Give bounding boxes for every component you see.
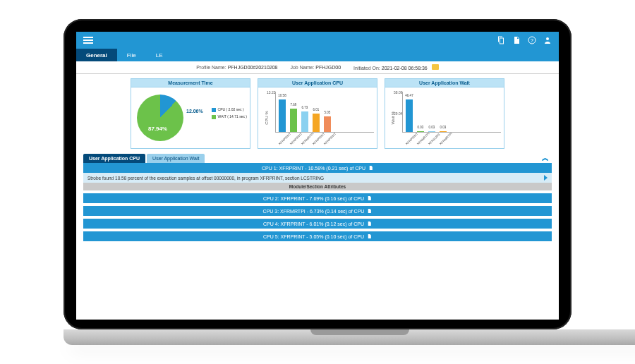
bar: 7.69 xyxy=(290,109,297,132)
y-tick: 29.04 xyxy=(394,111,403,116)
results-list: CPU 1: XFRPRINT - 10.58% (0.21 sec) of C… xyxy=(76,163,559,245)
x-tick: XFRPRINT xyxy=(405,138,413,146)
initiated-value: 2021-02-08 06:58:36 xyxy=(382,66,428,71)
pie-pct-wait: 87.94% xyxy=(148,126,167,132)
user-icon[interactable] xyxy=(543,36,552,44)
result-tab-row: User Application CPU User Application Wa… xyxy=(76,153,559,163)
tab-le[interactable]: LE xyxy=(146,49,173,61)
bar-chart-cpu: CPU % 13.23 10.58 7.69 6.73 6.01 5.05 XF… xyxy=(258,87,377,148)
folder-icon[interactable] xyxy=(432,64,439,70)
top-actions: ? xyxy=(497,36,552,44)
card-title: Measurement Time xyxy=(131,79,250,87)
svg-text:?: ? xyxy=(531,38,533,43)
legend-cpu: CPU ( 2.02 sec ) xyxy=(218,107,244,111)
bar: 10.58 xyxy=(279,99,286,132)
document-icon xyxy=(367,221,372,226)
bar: 46.47 xyxy=(406,99,413,132)
collapse-icon[interactable]: ︽ xyxy=(542,153,552,163)
result-row[interactable]: CPU 1: XFRPRINT - 10.58% (0.21 sec) of C… xyxy=(83,163,552,173)
card-app-cpu: User Application CPU CPU % 13.23 10.58 7… xyxy=(258,78,377,149)
laptop-base xyxy=(64,329,635,345)
result-row-label: CPU 4: XFRPRINT - 6.01% (0.12 sec) of CP… xyxy=(263,222,364,226)
bar: 6.73 xyxy=(301,111,308,132)
card-title: User Application CPU xyxy=(258,79,377,87)
result-tab-wait[interactable]: User Application Wait xyxy=(147,154,205,163)
expand-icon[interactable] xyxy=(544,175,548,181)
result-row-label: CPU 5: XFRPRINT - 5.05% (0.10 sec) of CP… xyxy=(263,234,364,239)
job-label: Job Name: xyxy=(290,65,314,70)
result-row-label: CPU 2: XFRPRINT - 7.69% (0.16 sec) of CP… xyxy=(263,196,364,201)
bar: 0.03 xyxy=(440,131,447,132)
bar-chart-wait: Wait % 58.09 29.04 46.47 0.03 0.03 0.03 … xyxy=(385,87,504,148)
result-detail-text: Strobe found 10.58 percent of the execut… xyxy=(87,176,324,181)
x-ticks: XFRPRINT XFRMRTPI XFRSUBS XFRMRTPI xyxy=(402,143,501,147)
document-icon xyxy=(367,195,372,201)
menu-icon[interactable] xyxy=(83,35,93,45)
bar: 0.03 xyxy=(417,131,424,132)
bar-value: 46.47 xyxy=(405,94,413,97)
document-icon[interactable] xyxy=(512,36,521,44)
x-tick: XFRPRINT xyxy=(323,138,331,146)
document-icon xyxy=(367,208,372,214)
y-axis-label: CPU % xyxy=(265,111,269,125)
result-row-label: CPU 3: XFRMRTPI - 6.73% (0.14 sec) of CP… xyxy=(263,209,365,214)
x-tick: XFRSUBS xyxy=(428,138,435,146)
bar: 0.03 xyxy=(428,131,435,132)
bar: 5.05 xyxy=(324,116,331,132)
y-tick: 58.09 xyxy=(394,90,403,95)
result-row[interactable]: CPU 2: XFRPRINT - 7.69% (0.16 sec) of CP… xyxy=(83,193,552,203)
copy-icon[interactable] xyxy=(497,36,505,44)
legend-swatch-wait xyxy=(212,115,216,119)
bar-value: 0.03 xyxy=(440,126,447,129)
x-tick: XFRPRINT xyxy=(289,138,297,146)
pie-pct-cpu: 12.06% xyxy=(186,109,203,114)
result-row-label: CPU 1: XFRPRINT - 10.58% (0.21 sec) of C… xyxy=(262,166,365,171)
svg-point-2 xyxy=(546,37,549,40)
legend-wait: WAIT ( 14.71 sec ) xyxy=(218,114,247,119)
bar-value: 0.03 xyxy=(418,126,424,129)
pie-graphic xyxy=(137,95,183,141)
bar-area: 46.47 0.03 0.03 0.03 xyxy=(402,92,501,133)
y-tick: 13.23 xyxy=(267,90,276,95)
result-row[interactable]: CPU 5: XFRPRINT - 5.05% (0.10 sec) of CP… xyxy=(83,231,552,241)
job-value: PFHJGD00 xyxy=(315,65,341,70)
bar-area: 10.58 7.69 6.73 6.01 5.05 xyxy=(275,92,374,133)
pie-chart: 12.06% 87.94% CPU ( 2.02 sec ) WAIT ( 14… xyxy=(131,87,250,148)
legend-swatch-cpu xyxy=(212,108,216,112)
card-measurement-time: Measurement Time 12.06% 87.94% CPU ( 2.0… xyxy=(131,78,250,149)
laptop-hinge xyxy=(310,329,409,335)
pie-legend: CPU ( 2.02 sec ) WAIT ( 14.71 sec ) xyxy=(212,106,247,120)
document-icon xyxy=(368,165,373,171)
x-tick: XFRMRTPI xyxy=(439,138,447,146)
result-tab-cpu[interactable]: User Application CPU xyxy=(83,154,145,163)
attributes-header[interactable]: Module/Section Attributes xyxy=(83,183,552,190)
x-tick: XFRPRINT xyxy=(278,138,286,146)
x-ticks: XFRPRINT XFRPRINT XFRMRTPI XFRPRINT XFRP… xyxy=(275,143,374,147)
chart-cards: Measurement Time 12.06% 87.94% CPU ( 2.0… xyxy=(76,74,559,153)
result-group: CPU 1: XFRPRINT - 10.58% (0.21 sec) of C… xyxy=(83,163,552,190)
tab-general[interactable]: General xyxy=(76,49,117,61)
profile-value: PFHJGD00#20210208 xyxy=(228,65,278,70)
x-tick: XFRMRTPI xyxy=(301,138,308,146)
bezel: ? General File LE Profile Name: PFHJGD00… xyxy=(64,19,572,329)
help-icon[interactable]: ? xyxy=(528,36,536,44)
bar-value: 5.05 xyxy=(325,111,331,114)
result-row[interactable]: CPU 4: XFRPRINT - 6.01% (0.12 sec) of CP… xyxy=(83,219,552,229)
bar-value: 7.69 xyxy=(291,103,297,107)
top-bar: ? xyxy=(76,32,559,49)
tab-file[interactable]: File xyxy=(117,49,146,61)
result-detail: Strobe found 10.58 percent of the execut… xyxy=(83,173,552,183)
bar-value: 10.58 xyxy=(278,94,286,97)
bar: 6.01 xyxy=(313,114,320,132)
document-icon xyxy=(367,233,372,239)
bar-value: 6.01 xyxy=(313,108,320,111)
x-tick: XFRMRTPI xyxy=(416,138,424,146)
meta-bar: Profile Name: PFHJGD00#20210208 Job Name… xyxy=(76,61,559,74)
result-row[interactable]: CPU 3: XFRMRTPI - 6.73% (0.14 sec) of CP… xyxy=(83,206,552,216)
card-app-wait: User Application Wait Wait % 58.09 29.04… xyxy=(385,78,504,149)
x-tick: XFRPRINT xyxy=(312,138,320,146)
card-title: User Application Wait xyxy=(385,79,504,87)
app-screen: ? General File LE Profile Name: PFHJGD00… xyxy=(76,32,559,320)
page-tab-row: General File LE xyxy=(76,49,559,61)
profile-label: Profile Name: xyxy=(196,65,226,70)
